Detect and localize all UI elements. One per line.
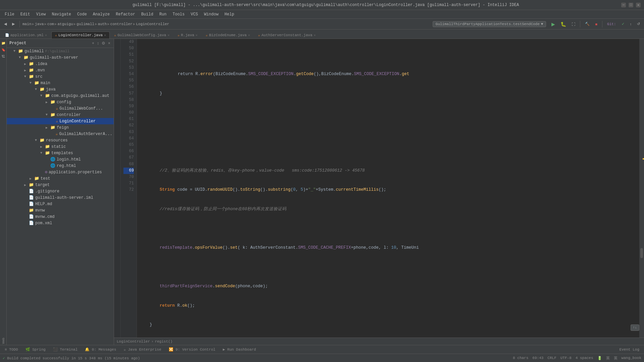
tree-item-reghtml[interactable]: 🌐 reg.html	[7, 163, 114, 169]
scrollbar-thumb[interactable]	[640, 248, 643, 258]
tree-item-gulimallwebconf[interactable]: ☕ GulimallWebConf...	[7, 105, 114, 112]
tree-item-help[interactable]: 📄 HELP.md	[7, 201, 114, 207]
bottom-tab-java-enterprise[interactable]: ☕ Java Enterprise	[120, 346, 164, 353]
tree-item-controller-folder[interactable]: ▼ 📁 controller	[7, 112, 114, 118]
breadcrumb-file[interactable]: LoginController	[117, 340, 150, 344]
forward-button[interactable]: ▶	[10, 21, 17, 27]
menu-build[interactable]: Build	[139, 11, 156, 18]
collapse-all-btn[interactable]: ↕	[96, 40, 100, 46]
stop-button[interactable]: ■	[593, 21, 599, 27]
tree-item-src[interactable]: ▼ 📁 src	[7, 73, 114, 80]
tree-item-idea[interactable]: ▶ 📁 .idea	[7, 61, 114, 67]
git-update[interactable]: ↑	[628, 21, 634, 27]
tree-item-logincontroller[interactable]: ☕ LoginController	[7, 118, 114, 124]
tree-item-gitignore[interactable]: 📄 .gitignore	[7, 188, 114, 194]
tree-item-authserverapp[interactable]: ☕ GulimallAuthServerA...	[7, 131, 114, 137]
code-area[interactable]: 49 50 51 52 53 54 55 56 57 58 59 60 61 6…	[114, 39, 644, 338]
git-rollback[interactable]: ↺	[635, 21, 642, 27]
menu-code[interactable]: Code	[74, 11, 90, 18]
tree-item-pom[interactable]: 📄 pom.xml	[7, 220, 114, 226]
tree-item-templates[interactable]: ▼ 📁 templates	[7, 150, 114, 156]
menu-navigate[interactable]: Navigate	[49, 11, 74, 18]
breadcrumb-logincontroller[interactable]: LoginController	[136, 22, 169, 26]
build-button[interactable]: 🔨	[583, 21, 592, 27]
run-config-dropdown[interactable]: GulimallThirdPartyApplicationTests.testS…	[433, 21, 546, 27]
tree-item-iml[interactable]: 📄 gulimall-auth-server.iml	[7, 194, 114, 201]
menu-window[interactable]: Window	[201, 11, 221, 18]
menu-view[interactable]: View	[34, 11, 49, 18]
tree-item-package[interactable]: ▼ 📁 com.atguigu.gulimall.aut	[7, 93, 114, 99]
breadcrumb-method[interactable]: regist()	[155, 340, 173, 344]
breadcrumb-auth[interactable]: auth	[98, 22, 107, 26]
tab-logincontroller[interactable]: ☕ LoginController.java ✕	[51, 32, 110, 39]
tree-item-java[interactable]: ▼ 📁 java	[7, 86, 114, 93]
tab-r[interactable]: ☕ R.java ✕	[174, 32, 201, 39]
git-checkmark[interactable]: ✓	[620, 21, 627, 27]
bottom-tab-version-control[interactable]: 🔀 9: Version Control	[165, 346, 219, 353]
breadcrumb-java[interactable]: java	[35, 22, 44, 26]
cursor-position[interactable]: 69:43	[532, 356, 543, 360]
tab-close-yml[interactable]: ✕	[45, 33, 47, 37]
tree-item-config[interactable]: ▶ 📁 config	[7, 99, 114, 105]
close-button[interactable]: ✕	[636, 3, 641, 7]
breadcrumb-main[interactable]: main	[22, 22, 31, 26]
menu-vcs[interactable]: VCS	[188, 11, 201, 18]
maximize-button[interactable]: □	[629, 3, 633, 7]
debug-button[interactable]: 🐛	[558, 21, 568, 27]
menu-edit[interactable]: Edit	[18, 11, 33, 18]
menu-file[interactable]: File	[2, 11, 17, 18]
lang-switch[interactable]: 英	[606, 356, 610, 361]
indent-setting[interactable]: 4 spaces	[576, 356, 593, 360]
code-content[interactable]: return R.error(BizCodeEnume.SMS_CODE_EXC…	[137, 39, 639, 338]
sidebar-close-btn[interactable]: ×	[107, 40, 111, 46]
tree-item-main[interactable]: ▼ 📁 main	[7, 80, 114, 86]
vertical-scrollbar[interactable]: ↑↓	[639, 39, 644, 338]
tab-close-auth[interactable]: ✕	[314, 33, 316, 37]
menu-refactor[interactable]: Refactor	[113, 11, 138, 18]
new-file-btn[interactable]: +	[91, 40, 95, 46]
menu-run[interactable]: Run	[157, 11, 169, 18]
tree-item-mvnwcmd[interactable]: 📄 mvnw.cmd	[7, 214, 114, 220]
breadcrumb-com[interactable]: com	[47, 22, 54, 26]
bottom-tab-run-dashboard[interactable]: ▶ Run Dashboard	[219, 346, 259, 353]
project-toggle[interactable]: 📁	[1, 40, 6, 46]
tree-item-feign[interactable]: ▶ 📁 feign	[7, 124, 114, 131]
menu-tools[interactable]: Tools	[170, 11, 187, 18]
tree-item-loginhtml[interactable]: 🌐 login.html	[7, 156, 114, 163]
bottom-tab-event-log[interactable]: Event Log	[616, 347, 643, 353]
tab-close-biz[interactable]: ✕	[248, 33, 250, 37]
line-ending[interactable]: CRLF	[547, 356, 556, 360]
tab-gulimallwebconfig[interactable]: ☕ GulimallWebConfig.java ✕	[110, 32, 173, 39]
run-button[interactable]: ▶	[549, 21, 557, 27]
bottom-tab-todo[interactable]: ≡ TODO	[1, 347, 21, 353]
tree-item-mvnw[interactable]: 📁 mvnw	[7, 207, 114, 214]
bookmark-btn[interactable]: 🔖	[1, 47, 6, 52]
tree-item-target[interactable]: ▶ 📁 target	[7, 182, 114, 188]
bottom-tab-spring[interactable]: 🌿 Spring	[22, 346, 49, 353]
tree-item-gulimall[interactable]: ▼ 📁 gulimall F:\gulimall	[7, 48, 114, 54]
breadcrumb-controller[interactable]: controller	[110, 22, 132, 26]
coverage-button[interactable]: ⛶	[570, 21, 577, 27]
back-button[interactable]: ◀	[2, 21, 9, 27]
bottom-tab-terminal[interactable]: ⬛ Terminal	[50, 346, 81, 353]
tree-item-test[interactable]: ▶ 📁 test	[7, 175, 114, 182]
tree-item-resources[interactable]: ▼ 📁 resources	[7, 137, 114, 143]
menu-help[interactable]: Help	[222, 11, 237, 18]
menu-analyze[interactable]: Analyze	[90, 11, 112, 18]
bottom-tab-messages[interactable]: 🔔 0: Messages	[82, 346, 119, 353]
tab-application-yml[interactable]: 📄 application.yml ✕	[1, 32, 51, 39]
breadcrumb-atguigu[interactable]: atguigu	[58, 22, 73, 26]
tree-item-auth-server[interactable]: ▼ 📁 gulimall-auth-server	[7, 54, 114, 61]
tree-item-mvn[interactable]: ▶ 📁 .mvn	[7, 67, 114, 73]
structure-btn[interactable]: 🏗	[1, 54, 6, 59]
settings-btn[interactable]: ⚙	[101, 40, 106, 46]
tab-close-webconfig[interactable]: ✕	[167, 33, 169, 37]
tab-close-r[interactable]: ✕	[196, 33, 198, 37]
tree-item-appprops[interactable]: ⚙ application.properties	[7, 169, 114, 175]
encoding[interactable]: UTF-8	[560, 356, 572, 360]
breadcrumb-gulimall[interactable]: gulimall	[76, 22, 94, 26]
char-count[interactable]: 8 chars	[513, 356, 528, 360]
tab-authserverconstant[interactable]: ☕ AuthServerConstant.java ✕	[254, 32, 319, 39]
web-btn[interactable]: Web	[1, 338, 6, 344]
tab-bizcodeenume[interactable]: ☕ BizCodeEnume.java ✕	[202, 32, 254, 39]
